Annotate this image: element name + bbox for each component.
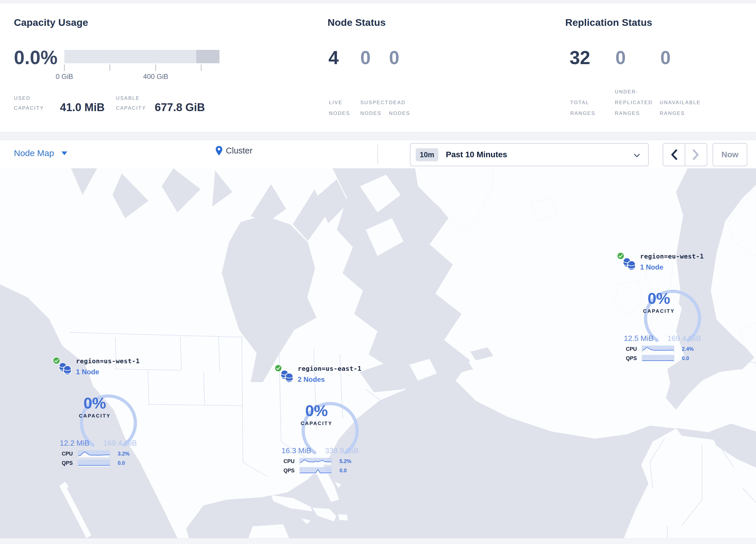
axis-tick-label: 0 GiB [41,72,88,81]
capacity-gauge: 0% CAPACITY [288,383,346,444]
region-name: region=us-east-1 [298,365,361,372]
cpu-label: CPU [283,458,295,465]
suspect-nodes-label: SUSPECTNODES [360,85,389,119]
capacity-usage-title: Capacity Usage [14,17,88,28]
chevron-left-icon [671,149,677,160]
axis-tick [110,64,110,71]
view-selector-dropdown[interactable]: Node Map [14,148,67,158]
qps-label: QPS [626,356,637,362]
qps-value: 0.0 [118,460,125,466]
dead-nodes-label: DEADNODES [389,85,410,119]
dead-nodes-count: 0 [389,47,399,68]
capacity-bar [64,50,219,63]
capacity-gauge: 0% CAPACITY [66,376,124,436]
qps-sparkline [299,467,332,474]
total-value: 338.9 GiB [325,446,359,455]
cpu-sparkline [78,450,110,457]
time-range-badge: 10m [416,148,438,161]
qps-sparkline [642,355,674,362]
breadcrumb-cluster[interactable]: Cluster [226,146,252,155]
under-replicated-ranges-label: UNDER-REPLICATEDRANGES [615,85,653,119]
database-stack-icon [280,369,294,383]
cpu-row: CPU 5.2% [274,458,361,465]
used-capacity-value: 41.0 MiB [60,101,105,114]
time-step-buttons [663,143,707,166]
qps-value: 0.0 [339,468,347,474]
qps-row: QPS 0.0 [274,467,361,475]
gauge-capacity-label: CAPACITY [66,413,124,419]
region-nodes-link[interactable]: 2 Nodes [298,376,325,384]
cpu-sparkline [642,346,674,353]
time-range-dropdown[interactable]: 10m Past 10 Minutes [410,143,649,166]
axis-tick-label: 400 GiB [132,72,179,81]
capacity-bar-reserved-segment [196,50,219,63]
cpu-value: 5.2% [339,458,351,465]
region-marker-eu-west-1[interactable]: region=eu-west-1 1 Node 0% CAPACITY 12.5… [616,252,703,348]
region-name: region=eu-west-1 [640,253,704,260]
step-forward-button[interactable] [685,144,707,166]
gauge-percent: 0% [66,394,124,412]
region-marker-us-east-1[interactable]: region=us-east-1 2 Nodes 0% CAPACITY 16.… [274,365,361,460]
gauge-capacity-label: CAPACITY [288,421,346,427]
page-bottom-strip [0,538,756,544]
qps-sparkline [78,460,110,467]
cpu-row: CPU 3.2% [52,450,139,458]
used-capacity-metric: USED CAPACITY 41.0 MiB [14,93,105,113]
capacity-used-percent: 0.0% [14,46,57,68]
cpu-row: CPU 2.4% [616,346,703,353]
view-selector-label: Node Map [14,148,54,158]
toolbar-divider [377,145,378,164]
gauge-percent: 0% [288,402,346,420]
total-ranges-label: TOTALRANGES [570,85,595,119]
total-value: 169.4 GiB [667,334,701,343]
cpu-value: 3.2% [118,451,130,457]
region-name: region=us-west-1 [76,358,140,365]
stats-summary-bar: Capacity Usage 0.0% 0 GiB 400 GiB USED C… [0,3,756,132]
used-value: 12.2 MiB [60,439,90,448]
time-range-label: Past 10 Minutes [446,150,507,159]
usable-capacity-metric: USABLE CAPACITY 677.8 GiB [116,93,205,113]
used-value: 12.5 MiB [624,334,654,343]
usable-capacity-value: 677.8 GiB [155,101,205,114]
now-button[interactable]: Now [713,143,747,166]
database-stack-icon [623,257,636,271]
database-stack-icon [59,362,72,376]
chevron-right-icon [693,149,699,160]
used-value: 16.3 MiB [281,446,311,455]
qps-row: QPS 0.0 [52,460,139,467]
gauge-percent: 0% [630,289,688,307]
breadcrumb[interactable]: Cluster [216,146,252,155]
usable-capacity-label: USABLE CAPACITY [116,93,146,113]
map-toolbar: Node Map Cluster 10m Past 10 Minutes Now [0,140,756,169]
node-map[interactable]: region=us-west-1 1 Node 0% CAPACITY 12.2… [0,168,756,538]
used-capacity-label: USED CAPACITY [14,93,44,113]
replication-status-title: Replication Status [565,17,652,28]
live-nodes-count: 4 [328,47,339,68]
live-nodes-label: LIVENODES [329,85,350,119]
region-marker-us-west-1[interactable]: region=us-west-1 1 Node 0% CAPACITY 12.2… [52,357,139,453]
caret-down-icon [61,151,67,155]
axis-tick [64,64,65,71]
qps-value: 0.0 [682,356,689,362]
suspect-nodes-count: 0 [360,47,371,68]
unavailable-ranges-label: UNAVAILABLERANGES [660,85,701,119]
region-nodes-link[interactable]: 1 Node [76,368,99,376]
node-status-title: Node Status [328,17,386,28]
capacity-gauge: 0% CAPACITY [630,271,688,332]
axis-tick [155,64,156,71]
qps-label: QPS [62,460,73,466]
chevron-down-icon [634,153,640,157]
region-nodes-link[interactable]: 1 Node [640,263,663,271]
qps-label: QPS [283,468,295,474]
qps-row: QPS 0.0 [616,355,703,362]
location-pin-icon [216,146,222,155]
cpu-label: CPU [62,451,73,457]
under-replicated-ranges-count: 0 [615,47,626,68]
total-ranges-count: 32 [570,47,590,68]
unavailable-ranges-count: 0 [660,47,671,68]
step-back-button[interactable] [663,144,685,166]
total-value: 169.4 GiB [103,439,137,448]
cpu-label: CPU [626,346,637,352]
world-map [0,168,756,538]
gauge-capacity-label: CAPACITY [630,309,688,314]
